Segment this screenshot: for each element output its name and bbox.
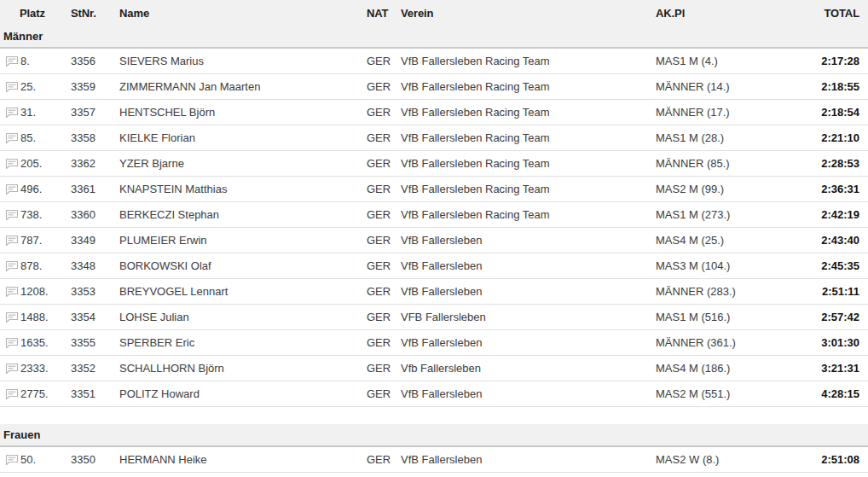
- name-value: KIELKE Florian: [119, 131, 367, 144]
- verein-value: VfB Fallersleben Racing Team: [401, 157, 656, 170]
- total-value: 2:51:11: [793, 285, 868, 298]
- platz-value: 738.: [20, 208, 42, 221]
- comment-icon: [5, 363, 19, 375]
- name-value: HERMANN Heike: [119, 453, 367, 466]
- platz-value: 31.: [20, 106, 36, 119]
- name-value: LOHSE Julian: [119, 311, 367, 323]
- akpl-value: MAS2 M (551.): [656, 387, 793, 400]
- comment-icon: [5, 260, 19, 272]
- name-value: KNAPSTEIN Matthias: [119, 183, 367, 195]
- nat-value: GER: [367, 336, 401, 349]
- comment-icon: [5, 158, 19, 170]
- verein-value: VfB Fallersleben: [401, 453, 656, 466]
- total-value: 2:43:40: [793, 234, 868, 247]
- col-header-total: TOTAL: [793, 7, 868, 20]
- table-row[interactable]: 738. 3360 BERKECZI Stephan GER VfB Falle…: [0, 202, 868, 228]
- stnr-value: 3349: [71, 234, 119, 247]
- col-header-verein: Verein: [401, 7, 656, 20]
- akpl-value: MÄNNER (14.): [656, 80, 793, 93]
- comment-icon: [5, 81, 19, 93]
- platz-value: 85.: [20, 131, 36, 144]
- total-value: 2:21:10: [793, 131, 868, 144]
- table-row[interactable]: 85. 3358 KIELKE Florian GER VfB Fallersl…: [0, 125, 868, 151]
- nat-value: GER: [367, 259, 401, 272]
- col-header-stnr: StNr.: [71, 7, 119, 20]
- nat-value: GER: [367, 285, 401, 298]
- col-header-nat: NAT: [367, 7, 401, 20]
- table-row[interactable]: 8. 3356 SIEVERS Marius GER VfB Fallersle…: [0, 49, 868, 74]
- akpl-value: MÄNNER (85.): [656, 157, 793, 170]
- verein-value: VfB Fallersleben Racing Team: [401, 55, 656, 67]
- name-value: BREYVOGEL Lennart: [119, 285, 367, 298]
- verein-value: VfB Fallersleben Racing Team: [401, 106, 656, 119]
- total-value: 2:45:35: [793, 259, 868, 272]
- col-header-akpl: AK.Pl: [656, 7, 793, 20]
- table-row[interactable]: 1635. 3355 SPERBER Eric GER VfB Fallersl…: [0, 330, 868, 356]
- nat-value: GER: [367, 311, 401, 323]
- platz-value: 205.: [20, 157, 42, 170]
- stnr-value: 3352: [71, 362, 119, 375]
- akpl-value: MAS4 M (186.): [656, 362, 793, 375]
- verein-value: VfB Fallersleben Racing Team: [401, 183, 656, 195]
- table-row[interactable]: 205. 3362 YZER Bjarne GER VfB Fallersleb…: [0, 151, 868, 177]
- stnr-value: 3350: [71, 453, 119, 466]
- table-row[interactable]: 25. 3359 ZIMMERMANN Jan Maarten GER VfB …: [0, 74, 868, 100]
- akpl-value: MAS1 M (28.): [656, 131, 793, 144]
- comment-icon: [5, 209, 19, 221]
- table-row[interactable]: 31. 3357 HENTSCHEL Björn GER VfB Fallers…: [0, 100, 868, 125]
- akpl-value: MÄNNER (17.): [656, 106, 793, 119]
- akpl-value: MÄNNER (283.): [656, 285, 793, 298]
- table-row[interactable]: 1488. 3354 LOHSE Julian GER VFB Fallersl…: [0, 305, 868, 330]
- table-row[interactable]: 1208. 3353 BREYVOGEL Lennart GER VfB Fal…: [0, 279, 868, 305]
- verein-value: VfB Fallersleben Racing Team: [401, 208, 656, 221]
- total-value: 2:51:08: [793, 453, 868, 466]
- stnr-value: 3351: [71, 387, 119, 400]
- comment-icon: [5, 388, 19, 400]
- stnr-value: 3361: [71, 183, 119, 195]
- total-value: 3:21:31: [793, 362, 868, 375]
- verein-value: VfB Fallersleben: [401, 259, 656, 272]
- total-value: 2:42:19: [793, 208, 868, 221]
- table-row[interactable]: 787. 3349 PLUMEIER Erwin GER VfB Fallers…: [0, 228, 868, 253]
- stnr-value: 3357: [71, 106, 119, 119]
- platz-value: 1488.: [20, 311, 49, 323]
- col-header-platz: Platz: [0, 7, 71, 20]
- verein-value: VFB Fallersleben: [401, 311, 656, 323]
- table-row[interactable]: 878. 3348 BORKOWSKI Olaf GER VfB Fallers…: [0, 253, 868, 279]
- platz-value: 2775.: [20, 387, 49, 400]
- table-row[interactable]: 496. 3361 KNAPSTEIN Matthias GER VfB Fal…: [0, 177, 868, 202]
- table-row[interactable]: 50. 3350 HERMANN Heike GER VfB Fallersle…: [0, 447, 868, 473]
- comment-icon: [5, 55, 19, 67]
- verein-value: Vfb Fallersleben: [401, 362, 656, 375]
- comment-icon: [5, 454, 19, 466]
- akpl-value: MÄNNER (361.): [656, 336, 793, 349]
- akpl-value: MAS1 M (4.): [656, 55, 793, 67]
- table-row[interactable]: 2333. 3352 SCHALLHORN Björn GER Vfb Fall…: [0, 356, 868, 381]
- verein-value: VfB Fallersleben: [401, 234, 656, 247]
- stnr-value: 3348: [71, 259, 119, 272]
- name-value: BERKECZI Stephan: [119, 208, 367, 221]
- table-row[interactable]: 2775. 3351 POLITZ Howard GER VfB Fallers…: [0, 381, 868, 407]
- section-rows: 8. 3356 SIEVERS Marius GER VfB Fallersle…: [0, 49, 868, 407]
- platz-value: 25.: [20, 80, 36, 93]
- name-value: POLITZ Howard: [119, 387, 367, 400]
- name-value: SIEVERS Marius: [119, 55, 367, 67]
- section-header: Männer: [0, 26, 868, 49]
- platz-value: 878.: [20, 259, 42, 272]
- comment-icon: [5, 311, 19, 323]
- stnr-value: 3355: [71, 336, 119, 349]
- platz-value: 1208.: [20, 285, 49, 298]
- nat-value: GER: [367, 183, 401, 195]
- table-body: Männer 8. 3356 SIEVERS Marius GER VfB Fa…: [0, 26, 868, 473]
- platz-value: 1635.: [20, 336, 49, 349]
- platz-value: 2333.: [20, 362, 49, 375]
- stnr-value: 3356: [71, 55, 119, 67]
- stnr-value: 3362: [71, 157, 119, 170]
- total-value: 2:36:31: [793, 183, 868, 195]
- nat-value: GER: [367, 157, 401, 170]
- akpl-value: MAS1 M (273.): [656, 208, 793, 221]
- comment-icon: [5, 235, 19, 247]
- comment-icon: [5, 183, 19, 195]
- result-section: Männer 8. 3356 SIEVERS Marius GER VfB Fa…: [0, 26, 868, 407]
- nat-value: GER: [367, 208, 401, 221]
